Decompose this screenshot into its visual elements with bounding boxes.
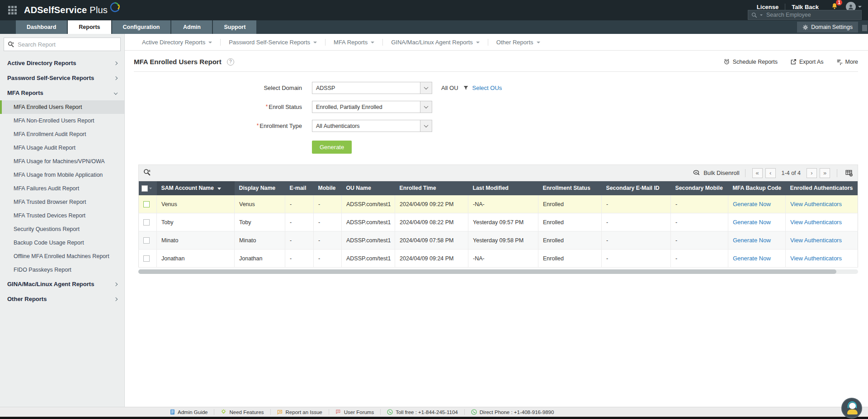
users-table: SAM Account Name Display Name E-mail Mob… xyxy=(138,181,858,268)
column-enrollment-status[interactable]: Enrollment Status xyxy=(538,181,602,195)
sidebar-item-mfa-enrollment-audit-report[interactable]: MFA Enrollment Audit Report xyxy=(0,127,124,141)
column-mfa-backup-code[interactable]: MFA Backup Code xyxy=(728,181,786,195)
sidebar-item-other-reports[interactable]: Other Reports xyxy=(0,292,124,306)
sidebar-item-active-directory-reports[interactable]: Active Directory Reports xyxy=(0,56,124,71)
nav-other-reports[interactable]: Other Reports xyxy=(488,39,548,46)
generate-now-link[interactable]: Generate Now xyxy=(733,255,771,262)
generate-now-link[interactable]: Generate Now xyxy=(733,201,771,207)
sidebar-item-password-self-service-reports[interactable]: Password Self-Service Reports xyxy=(0,71,124,85)
chevron-right-icon xyxy=(114,76,118,80)
sidebar-item-offline-mfa-enrolled-machines-report[interactable]: Offline MFA Enrolled Machines Report xyxy=(0,250,124,263)
row-checkbox[interactable] xyxy=(143,201,150,207)
sidebar-item-mfa-non-enrolled-users-report[interactable]: MFA Non-Enrolled Users Report xyxy=(0,114,124,127)
generate-now-link[interactable]: Generate Now xyxy=(733,237,771,244)
select-ous-link[interactable]: Select OUs xyxy=(472,85,502,91)
report-issue-link[interactable]: Report an Issue xyxy=(270,409,329,415)
sidebar-item-backup-code-usage-report[interactable]: Backup Code Usage Report xyxy=(0,236,124,250)
search-scope-caret-icon[interactable] xyxy=(760,14,763,16)
tab-support[interactable]: Support xyxy=(213,20,256,34)
export-as-button[interactable]: Export As xyxy=(790,59,824,65)
employee-search-input[interactable] xyxy=(766,12,861,18)
enroll-status-dropdown[interactable]: Enrolled, Partially Enrolled xyxy=(312,101,432,113)
enrollment-type-dropdown[interactable]: All Authenticators xyxy=(312,120,432,132)
column-mobile[interactable]: Mobile xyxy=(314,181,342,195)
column-display-name[interactable]: Display Name xyxy=(235,181,285,195)
column-chooser-icon[interactable] xyxy=(844,169,853,177)
column-last-modified[interactable]: Last Modified xyxy=(468,181,538,195)
nav-mfa-reports[interactable]: MFA Reports xyxy=(325,39,382,46)
schedule-reports-button[interactable]: Schedule Reports xyxy=(723,58,778,65)
select-all-checkbox[interactable] xyxy=(142,185,148,192)
nav-password-self-service-reports[interactable]: Password Self-Service Reports xyxy=(220,39,325,46)
table-search-icon[interactable] xyxy=(143,169,151,177)
column-ou-name[interactable]: OU Name xyxy=(342,181,395,195)
sidebar-item-mfa-usage-audit-report[interactable]: MFA Usage Audit Report xyxy=(0,141,124,155)
pagination-last-button[interactable]: » xyxy=(820,168,830,178)
column-secondary-email[interactable]: Secondary E-Mail ID xyxy=(602,181,671,195)
select-domain-dropdown[interactable]: ADSSP xyxy=(312,82,432,94)
sidebar-item-mfa-failures-audit-report[interactable]: MFA Failures Audit Report xyxy=(0,182,124,195)
tab-admin[interactable]: Admin xyxy=(171,20,212,34)
sidebar-item-mfa-enrolled-users-report[interactable]: MFA Enrolled Users Report xyxy=(0,100,124,114)
enrollment-type-value: All Authenticators xyxy=(312,123,420,129)
admin-guide-link[interactable]: Admin Guide xyxy=(164,409,214,415)
sidebar-item-security-questions-report[interactable]: Security Questions Report xyxy=(0,222,124,236)
toll-free-number[interactable]: Toll free : +1-844-245-1104 xyxy=(380,409,464,415)
live-chat-button[interactable] xyxy=(841,398,862,419)
license-link[interactable]: License xyxy=(750,4,785,10)
tab-dashboard[interactable]: Dashboard xyxy=(16,20,67,34)
sidebar-item-mfa-trusted-devices-report[interactable]: MFA Trusted Devices Report xyxy=(0,209,124,222)
row-checkbox[interactable] xyxy=(143,255,150,262)
generate-button[interactable]: Generate xyxy=(312,141,352,154)
user-forums-link[interactable]: User Forums xyxy=(329,409,380,415)
sidebar-item-mfa-usage-mobile[interactable]: MFA Usage from Mobile Application xyxy=(0,168,124,182)
nav-active-directory-reports[interactable]: Active Directory Reports xyxy=(134,39,220,46)
column-enrolled-time[interactable]: Enrolled Time xyxy=(395,181,468,195)
talkback-link[interactable]: Talk Back xyxy=(785,4,825,10)
tab-configuration[interactable]: Configuration xyxy=(112,20,171,34)
need-features-link[interactable]: Need Features xyxy=(214,409,270,415)
ou-filter-icon[interactable] xyxy=(463,85,469,91)
pagination-next-button[interactable]: › xyxy=(807,168,817,178)
more-button[interactable]: More xyxy=(836,59,858,65)
view-authenticators-link[interactable]: View Authenticators xyxy=(790,237,842,244)
horizontal-scrollbar[interactable] xyxy=(138,269,858,274)
pagination-first-button[interactable]: « xyxy=(752,168,763,178)
avatar-caret-icon[interactable] xyxy=(858,6,862,8)
nav-gina-agent-reports[interactable]: GINA/Mac/Linux Agent Reports xyxy=(382,39,488,46)
scrollbar-thumb[interactable] xyxy=(138,269,836,274)
generate-now-link[interactable]: Generate Now xyxy=(733,219,771,226)
bulk-disenroll-button[interactable]: Bulk Disenroll xyxy=(693,169,739,176)
cell-email: - xyxy=(285,195,314,213)
column-secondary-mobile[interactable]: Secondary Mobile xyxy=(671,181,728,195)
dropdown-chevron-icon[interactable] xyxy=(420,120,432,132)
sidebar-item-mfa-trusted-browser-report[interactable]: MFA Trusted Browser Report xyxy=(0,195,124,209)
employee-search xyxy=(748,10,862,20)
scrollbar-corner[interactable] xyxy=(862,25,867,31)
report-search-input[interactable] xyxy=(18,41,120,48)
dropdown-chevron-icon[interactable] xyxy=(420,82,432,94)
direct-phone-number[interactable]: Direct Phone : +1-408-916-9890 xyxy=(464,409,561,415)
view-authenticators-link[interactable]: View Authenticators xyxy=(790,201,842,207)
view-authenticators-link[interactable]: View Authenticators xyxy=(790,255,842,262)
sidebar-item-mfa-usage-machines[interactable]: MFA Usage for Machines/VPN/OWA xyxy=(0,155,124,168)
help-icon[interactable]: ? xyxy=(227,58,234,66)
view-authenticators-link[interactable]: View Authenticators xyxy=(790,219,842,226)
app-grid-icon[interactable] xyxy=(8,6,17,14)
cell-sam: Venus xyxy=(157,195,235,213)
select-menu-caret-icon[interactable] xyxy=(149,188,152,189)
column-enrolled-authenticators[interactable]: Enrolled Authenticators xyxy=(786,181,858,195)
dropdown-chevron-icon[interactable] xyxy=(420,101,432,113)
column-email[interactable]: E-mail xyxy=(285,181,314,195)
row-checkbox[interactable] xyxy=(143,237,150,244)
sidebar-item-gina-agent-reports[interactable]: GINA/Mac/Linux Agent Reports xyxy=(0,277,124,292)
cell-mobile: - xyxy=(314,195,342,213)
domain-settings-button[interactable]: Domain Settings xyxy=(797,22,858,33)
search-icon[interactable] xyxy=(751,12,757,18)
sidebar-item-fido-passkeys-report[interactable]: FIDO Passkeys Report xyxy=(0,263,124,277)
row-checkbox[interactable] xyxy=(143,219,150,226)
sidebar-item-mfa-reports[interactable]: MFA Reports xyxy=(0,85,124,100)
pagination-prev-button[interactable]: ‹ xyxy=(765,168,776,178)
column-sam-account-name[interactable]: SAM Account Name xyxy=(157,181,235,195)
tab-reports[interactable]: Reports xyxy=(68,20,111,34)
